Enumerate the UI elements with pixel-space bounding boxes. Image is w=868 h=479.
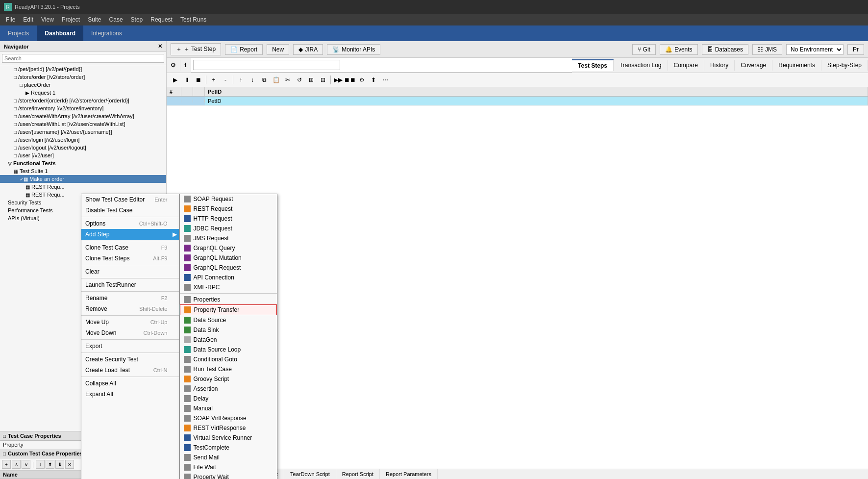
events-button[interactable]: 🔔 Events (660, 44, 698, 55)
environment-select[interactable]: No Environment (786, 44, 843, 55)
list-item[interactable]: ▶Request 1 (0, 89, 166, 97)
tab-integrations[interactable]: Integrations (83, 25, 130, 41)
list-item[interactable]: □/user [/v2/user] (0, 151, 166, 159)
pr-button[interactable]: Pr (847, 44, 864, 55)
sm-graphql-query[interactable]: GraphQL Query (180, 243, 277, 253)
tab-compare[interactable]: Compare (668, 60, 704, 71)
list-item[interactable]: □/store/order [/v2/store/order] (0, 73, 166, 81)
sm-send-mail[interactable]: Send Mail (180, 453, 277, 462)
sm-rest-request[interactable]: REST Request (180, 204, 277, 214)
list-item[interactable]: ▽Functional Tests (0, 159, 166, 167)
sm-jdbc-request[interactable]: JDBC Request (180, 224, 277, 233)
sm-conditional-goto[interactable]: Conditional Goto (180, 354, 277, 364)
sm-api-connection[interactable]: API Connection (180, 273, 277, 282)
filter-btn[interactable]: ⊞ (306, 75, 317, 85)
refresh-btn[interactable]: ↺ (294, 75, 305, 85)
databases-button[interactable]: 🗄 Databases (702, 44, 748, 55)
add-prop-button[interactable]: + (2, 460, 11, 469)
toggle-icon[interactable]: □ (3, 433, 6, 439)
jira-button[interactable]: ◆ JIRA (293, 44, 323, 55)
cm-clone-test-case[interactable]: Clone Test Case F9 (81, 242, 179, 253)
test-step-button[interactable]: ＋ ＋ Test Step (171, 43, 221, 55)
paste-btn[interactable]: 📋 (271, 75, 281, 85)
add-button[interactable]: + (208, 75, 219, 85)
sm-rest-virt[interactable]: REST VirtResponse (180, 423, 277, 433)
sm-data-sink[interactable]: Data Sink (180, 325, 277, 335)
sm-soap-request[interactable]: SOAP Request (180, 194, 277, 204)
sm-virtual-runner[interactable]: Virtual Service Runner (180, 433, 277, 443)
list-item[interactable]: □/user/{username} [/v2/user/{username}] (0, 128, 166, 136)
tab-test-steps[interactable]: Test Steps (572, 59, 614, 71)
sm-datagen[interactable]: DataGen (180, 335, 277, 345)
sm-delay[interactable]: Delay (180, 394, 277, 403)
pause-button[interactable]: ⏸ (181, 75, 192, 85)
sm-groovy-script[interactable]: Groovy Script (180, 374, 277, 384)
cm-expand-all[interactable]: Expand All (81, 389, 179, 400)
cm-create-load[interactable]: Create Load Test Ctrl-N (81, 365, 179, 376)
menu-case[interactable]: Case (105, 15, 127, 24)
cm-collapse-all[interactable]: Collapse All (81, 378, 179, 389)
delete-btn[interactable]: - (220, 75, 231, 85)
report-button[interactable]: 📄 Report (225, 44, 263, 55)
cm-move-down[interactable]: Move Down Ctrl-Down (81, 328, 179, 338)
cm-add-step[interactable]: Add Step ▶ (81, 229, 179, 240)
jms-button[interactable]: ☷ JMS (752, 44, 782, 55)
list-item[interactable]: □/store/inventory [/v2/store/inventory] (0, 104, 166, 112)
new-button[interactable]: New (267, 44, 289, 55)
cm-export[interactable]: Export (81, 341, 179, 352)
monitor-apis-button[interactable]: 📡 Monitor APIs (327, 44, 380, 55)
tab-step-by-step[interactable]: Step-by-Step (821, 60, 868, 71)
tab-projects[interactable]: Projects (0, 25, 37, 41)
table-row[interactable]: PetID (167, 97, 868, 106)
sm-data-source-loop[interactable]: Data Source Loop (180, 345, 277, 354)
move-up-button[interactable]: ∧ (12, 460, 21, 469)
import-button[interactable]: ⬇ (55, 460, 64, 469)
cut-btn[interactable]: ✂ (282, 75, 293, 85)
stop-all-btn[interactable]: ⏹⏹ (345, 75, 355, 85)
sidebar-item-make-an-order[interactable]: ✓▦Make an order (0, 175, 166, 183)
sm-graphql-mutation[interactable]: GraphQL Mutation (180, 253, 277, 263)
menu-request[interactable]: Request (147, 15, 176, 24)
sm-assertion[interactable]: Assertion (180, 384, 277, 394)
settings-btn[interactable]: ⚙ (356, 75, 367, 85)
menu-view[interactable]: View (37, 15, 58, 24)
grid-btn[interactable]: ⊟ (318, 75, 328, 85)
sm-http-request[interactable]: HTTP Request (180, 214, 277, 224)
menu-step[interactable]: Step (127, 15, 147, 24)
sm-properties[interactable]: Properties (180, 295, 277, 304)
filter-input[interactable] (193, 60, 340, 70)
tab-coverage[interactable]: Coverage (735, 60, 772, 71)
sm-file-wait[interactable]: File Wait (180, 462, 277, 472)
search-input[interactable] (2, 54, 164, 63)
cm-launch-runner[interactable]: Launch TestRunner (81, 279, 179, 290)
sm-testcomplete[interactable]: TestComplete (180, 443, 277, 453)
play-button[interactable]: ▶ (170, 75, 180, 85)
delete-prop-button[interactable]: ✕ (65, 460, 74, 469)
close-icon[interactable]: ✕ (158, 43, 162, 50)
cm-rename[interactable]: Rename F2 (81, 293, 179, 303)
cm-options[interactable]: Options Ctrl+Shift-O (81, 218, 179, 229)
cm-clear[interactable]: Clear (81, 266, 179, 277)
cm-create-security[interactable]: Create Security Test (81, 354, 179, 365)
move-down-btn[interactable]: ↓ (247, 75, 258, 85)
list-item[interactable]: □/user/createWithArray [/v2/user/createW… (0, 112, 166, 120)
cm-remove[interactable]: Remove Shift-Delete (81, 303, 179, 314)
move-up-btn[interactable]: ↑ (235, 75, 246, 85)
tab-info-icon[interactable]: ℹ (180, 60, 191, 71)
sm-graphql-request[interactable]: GraphQL Request (180, 263, 277, 273)
cm-clone-test-steps[interactable]: Clone Test Steps Alt-F9 (81, 253, 179, 264)
stop-button[interactable]: ⏹ (193, 75, 204, 85)
menu-file[interactable]: File (2, 15, 19, 24)
sm-soap-virt[interactable]: SOAP VirtResponse (180, 413, 277, 423)
sm-run-test-case[interactable]: Run Test Case (180, 364, 277, 374)
menu-testruns[interactable]: Test Runs (176, 15, 210, 24)
sort-button[interactable]: ↕ (36, 460, 45, 469)
cm-move-up[interactable]: Move Up Ctrl-Up (81, 317, 179, 328)
export-btn[interactable]: ⬆ (368, 75, 379, 85)
list-item[interactable]: ▦REST Requ... (0, 183, 166, 191)
tab-report-parameters[interactable]: Report Parameters (380, 469, 438, 479)
tab-transaction-log[interactable]: Transaction Log (614, 60, 668, 71)
sm-jms-request[interactable]: JMS Request (180, 233, 277, 243)
cm-show-editor[interactable]: Show Test Case Editor Enter (81, 194, 179, 205)
sm-property-wait[interactable]: Property Wait (180, 472, 277, 479)
